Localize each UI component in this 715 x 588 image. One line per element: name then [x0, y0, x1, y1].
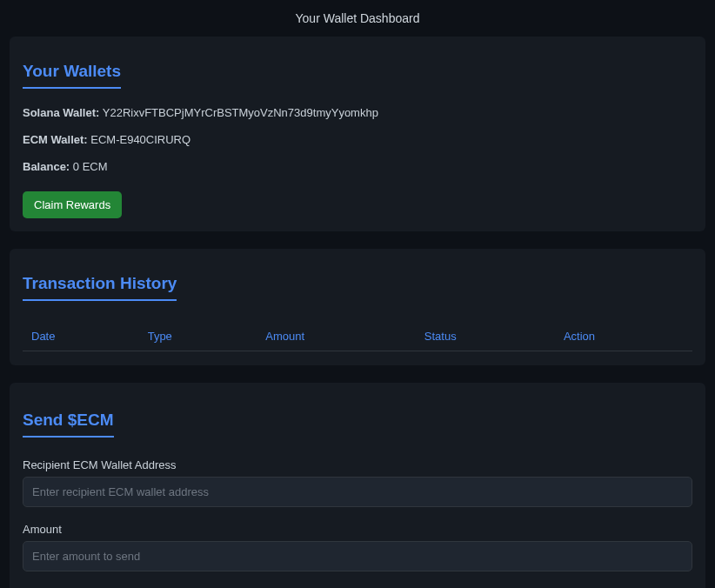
solana-wallet-label: Solana Wallet: — [23, 106, 99, 119]
page-title: Your Wallet Dashboard — [0, 0, 715, 37]
col-amount: Amount — [257, 322, 415, 351]
solana-wallet-value: Y22RixvFTBCPjMYrCrBSTMyoVzNn73d9tmyYyomk… — [103, 106, 378, 119]
ecm-wallet-label: ECM Wallet: — [23, 133, 88, 146]
ecm-wallet-value: ECM-E940CIRURQ — [90, 133, 190, 146]
send-card: Send $ECM Recipient ECM Wallet Address A… — [10, 383, 705, 588]
transactions-table: Date Type Amount Status Action — [23, 322, 692, 351]
col-type: Type — [139, 322, 257, 351]
col-status: Status — [416, 322, 555, 351]
col-action: Action — [555, 322, 692, 351]
balance-row: Balance: 0 ECM — [23, 160, 692, 173]
balance-label: Balance: — [23, 160, 70, 173]
recipient-input[interactable] — [23, 477, 692, 507]
claim-rewards-button[interactable]: Claim Rewards — [23, 191, 122, 218]
col-date: Date — [23, 322, 139, 351]
wallets-card: Your Wallets Solana Wallet: Y22RixvFTBCP… — [10, 37, 705, 231]
wallets-title: Your Wallets — [23, 62, 121, 89]
transactions-title: Transaction History — [23, 274, 177, 301]
send-title: Send $ECM — [23, 411, 114, 438]
amount-input[interactable] — [23, 541, 692, 571]
balance-value: 0 ECM — [73, 160, 108, 173]
amount-label: Amount — [23, 523, 692, 536]
solana-wallet-row: Solana Wallet: Y22RixvFTBCPjMYrCrBSTMyoV… — [23, 106, 692, 119]
ecm-wallet-row: ECM Wallet: ECM-E940CIRURQ — [23, 133, 692, 146]
transactions-card: Transaction History Date Type Amount Sta… — [10, 249, 705, 365]
recipient-label: Recipient ECM Wallet Address — [23, 458, 692, 471]
